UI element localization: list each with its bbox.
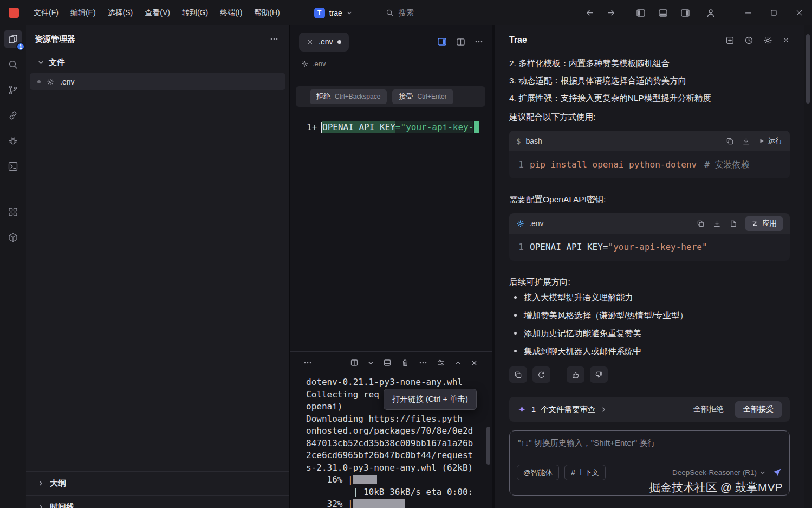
tab-env[interactable]: .env: [299, 33, 349, 52]
gear-icon[interactable]: [763, 36, 772, 45]
activitybar-source-control[interactable]: [4, 81, 22, 99]
toggle-bottom-panel-icon[interactable]: [658, 8, 668, 18]
reject-all-button[interactable]: 全部拒绝: [687, 401, 730, 417]
split-editor-icon[interactable]: [456, 37, 465, 47]
activitybar-link[interactable]: [4, 106, 22, 125]
terminal-link[interactable]: onhosted.org/packages/70/8e/0e2d: [306, 425, 492, 438]
activitybar-explorer[interactable]: 1: [4, 30, 22, 48]
terminal-scrollbar[interactable]: [486, 427, 490, 465]
send-icon[interactable]: [772, 467, 782, 478]
history-clock-icon[interactable]: [744, 36, 753, 45]
thumbs-up-button[interactable]: [567, 366, 584, 383]
panel-scrollbar[interactable]: [806, 34, 810, 104]
chevron-right-icon[interactable]: [601, 407, 607, 413]
reject-button[interactable]: 拒绝 Ctrl+Backspace: [310, 89, 387, 104]
model-selector[interactable]: DeepSeek-Reasoner (R1): [672, 468, 765, 477]
terminal-link[interactable]: Downloading https://files.pyth: [306, 413, 492, 426]
outline-section-header[interactable]: 大纲: [26, 471, 289, 495]
review-count: 1: [531, 405, 536, 414]
insert-code-icon[interactable]: [713, 220, 721, 228]
regenerate-button[interactable]: [532, 366, 550, 383]
activitybar-apps-grid[interactable]: [4, 203, 22, 221]
terminal-panel: dotenv-0.21.1-py3-none-any.whl Collectin…: [290, 351, 492, 508]
search-placeholder: 搜索: [399, 8, 414, 18]
close-icon[interactable]: [471, 359, 478, 366]
copy-message-button[interactable]: [509, 366, 527, 383]
filter-sliders-icon[interactable]: [437, 358, 445, 367]
context-selector[interactable]: # 上下文: [564, 465, 606, 480]
menu-file[interactable]: 文件(F): [28, 5, 64, 21]
more-icon[interactable]: [475, 37, 483, 46]
maximize-button[interactable]: [770, 9, 778, 17]
tab-label: .env: [319, 37, 333, 46]
run-button[interactable]: 运行: [758, 136, 783, 146]
toggle-right-panel-icon[interactable]: [680, 8, 690, 18]
menu-terminal[interactable]: 终端(I): [214, 5, 248, 21]
minimize-button[interactable]: [744, 9, 752, 17]
activitybar-terminal[interactable]: [4, 157, 22, 176]
terminal-link[interactable]: 847013cb52cd35b38c009bb167a1a26b: [306, 438, 492, 450]
copy-icon[interactable]: [726, 137, 734, 145]
thumbs-down-button[interactable]: [590, 366, 608, 383]
more-icon[interactable]: [270, 35, 278, 43]
timeline-section-header[interactable]: 时间线: [26, 495, 289, 508]
accept-label: 接受: [399, 92, 413, 101]
activitybar-search[interactable]: [4, 55, 22, 74]
env-value: "your-api-key-here": [608, 242, 707, 252]
files-section-label: 文件: [49, 57, 65, 68]
new-file-icon[interactable]: [729, 220, 737, 228]
back-arrow-icon[interactable]: [585, 8, 594, 17]
chevron-down-icon[interactable]: [368, 360, 374, 366]
chat-bullet: 添加历史记忆功能避免重复赞美: [509, 324, 790, 342]
chat-input-box[interactable]: @智能体 # 上下文 DeepSeek-Reasoner (R1): [509, 430, 790, 496]
toggle-left-panel-icon[interactable]: [636, 8, 646, 18]
new-chat-icon[interactable]: [725, 36, 735, 45]
activitybar-package[interactable]: [4, 228, 22, 247]
menu-view[interactable]: 查看(V): [139, 5, 176, 21]
file-dot: [37, 80, 41, 83]
code-line-number: 1: [518, 241, 524, 254]
text-cursor: [321, 122, 322, 133]
menu-goto[interactable]: 转到(G): [176, 5, 214, 21]
chevron-up-icon[interactable]: [454, 359, 462, 366]
menu-help[interactable]: 帮助(H): [248, 5, 285, 21]
code-editor[interactable]: 拒绝 Ctrl+Backspace 接受 Ctrl+Enter 1+ OPENA…: [290, 71, 492, 351]
global-search[interactable]: 搜索: [386, 8, 414, 18]
file-name: .env: [60, 78, 74, 86]
more-icon[interactable]: [419, 358, 427, 367]
line-number: 1+: [296, 122, 321, 132]
insert-code-icon[interactable]: [742, 137, 750, 145]
account-icon[interactable]: [706, 8, 716, 18]
workspace-switcher[interactable]: T trae: [309, 5, 358, 21]
accept-button[interactable]: 接受 Ctrl+Enter: [392, 89, 453, 104]
file-item-env[interactable]: .env: [30, 73, 285, 90]
files-section-header[interactable]: 文件: [26, 53, 289, 72]
copy-icon[interactable]: [697, 220, 705, 228]
menu-selection[interactable]: 选择(S): [102, 5, 139, 21]
breadcrumb[interactable]: .env: [290, 53, 492, 71]
trash-icon[interactable]: [401, 358, 410, 367]
accept-all-button[interactable]: 全部接受: [735, 401, 782, 418]
forward-arrow-icon[interactable]: [607, 8, 616, 17]
terminal-line: dotenv-0.21.1-py3-none-any.whl: [306, 376, 492, 389]
run-label: 运行: [768, 136, 783, 146]
more-icon[interactable]: [303, 358, 312, 367]
close-window-button[interactable]: [795, 9, 803, 17]
close-icon[interactable]: [782, 36, 790, 44]
panel-bottom-icon[interactable]: [383, 358, 392, 367]
outline-label: 大纲: [50, 478, 66, 488]
chat-input[interactable]: [518, 438, 781, 447]
menu-edit[interactable]: 编辑(E): [64, 5, 102, 21]
split-terminal-icon[interactable]: [350, 358, 359, 367]
chat-toggle-icon[interactable]: [437, 37, 447, 47]
gear-file-icon: [47, 78, 54, 86]
terminal-progress-line: 16% |: [306, 474, 492, 486]
apply-button[interactable]: 应用: [745, 216, 783, 231]
modified-dot-icon: [337, 40, 341, 44]
bash-comment: # 安装依赖: [704, 159, 749, 170]
agent-selector[interactable]: @智能体: [517, 465, 559, 480]
app-logo-icon: [9, 8, 19, 18]
inline-diff-widget: 拒绝 Ctrl+Backspace 接受 Ctrl+Enter: [296, 86, 485, 107]
terminal-link[interactable]: 2ce6cd6965bf26b47bc0bf44/request: [306, 449, 492, 462]
activitybar-debug[interactable]: [4, 132, 22, 150]
